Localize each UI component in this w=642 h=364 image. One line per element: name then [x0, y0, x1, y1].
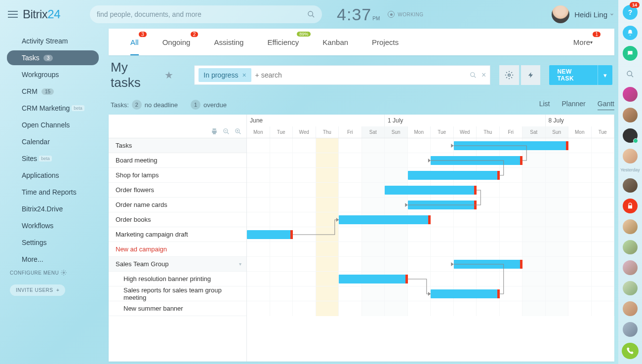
contact-avatar[interactable] — [623, 108, 638, 122]
logo[interactable]: Bitrix24 — [23, 7, 60, 21]
working-status[interactable]: WORKING — [388, 11, 423, 18]
gantt-task-row[interactable]: Shop for lamps — [109, 168, 246, 183]
filter-search-input[interactable] — [255, 71, 470, 79]
contact-avatar[interactable] — [623, 128, 638, 143]
view-gantt[interactable]: Gantt — [598, 100, 614, 110]
search-icon[interactable] — [470, 72, 477, 79]
tab-all[interactable]: All3 — [119, 29, 151, 55]
overdue-label[interactable]: overdue — [203, 101, 227, 109]
gantt-timeline-row[interactable] — [247, 198, 614, 212]
gantt-timeline-row[interactable] — [247, 168, 614, 183]
gantt-tasks-header: Tasks — [109, 138, 246, 153]
settings-button[interactable] — [499, 65, 519, 85]
clear-filter-icon[interactable]: × — [482, 71, 486, 80]
contact-avatar[interactable] — [623, 87, 638, 102]
phone-button[interactable] — [622, 343, 639, 360]
sidebar-item-open-channels[interactable]: Open Channels — [7, 118, 99, 132]
sidebar-item-activity-stream[interactable]: Activity Stream — [7, 34, 99, 48]
filter-chip-in-progress[interactable]: In progress× — [199, 68, 251, 82]
sidebar-item-more[interactable]: More... — [7, 252, 99, 267]
gantt-task-row[interactable]: Marketing campaign draft — [109, 227, 246, 242]
contact-avatar[interactable] — [623, 178, 638, 193]
gantt-timeline-row[interactable] — [247, 183, 614, 198]
no-deadline-label[interactable]: no deadline — [145, 101, 178, 109]
gantt-timeline-row[interactable] — [247, 257, 614, 272]
gantt-bar[interactable] — [247, 230, 293, 239]
gantt-timeline-row[interactable] — [247, 286, 614, 301]
view-list[interactable]: List — [539, 100, 550, 110]
quick-action-button[interactable] — [521, 65, 541, 85]
notifications-button[interactable] — [623, 26, 638, 40]
menu-hamburger-icon[interactable] — [8, 11, 18, 18]
sidebar-item-tasks[interactable]: Tasks3 — [7, 50, 99, 65]
gantt-timeline-row[interactable] — [247, 138, 614, 153]
user-menu[interactable]: Heidi Ling — [552, 5, 614, 23]
filter-box[interactable]: In progress× × — [194, 65, 490, 85]
chip-remove-icon[interactable]: × — [242, 71, 246, 79]
gantt-bar[interactable] — [431, 289, 500, 298]
gantt-timeline-row[interactable] — [247, 153, 614, 168]
gantt-bar[interactable] — [408, 171, 500, 180]
sidebar-item-drive[interactable]: Bitrix24.Drive — [7, 202, 99, 216]
gantt-task-row[interactable]: Sales Team Group — [109, 257, 246, 272]
sidebar-item-workgroups[interactable]: Workgroups — [7, 67, 99, 82]
search-icon[interactable] — [307, 10, 315, 18]
sidebar-item-applications[interactable]: Applications — [7, 168, 99, 183]
gantt-task-row[interactable]: New summer banner — [109, 301, 246, 316]
zoom-out-icon[interactable] — [223, 128, 230, 135]
global-search-input[interactable] — [97, 10, 307, 18]
gantt-task-row[interactable]: Order name cards — [109, 198, 246, 212]
view-planner[interactable]: Planner — [562, 100, 585, 110]
sidebar-item-time-reports[interactable]: Time and Reports — [7, 185, 99, 200]
tab-assisting[interactable]: Assisting — [202, 29, 255, 55]
gantt-task-row[interactable]: Order books — [109, 212, 246, 227]
tab-efficiency[interactable]: Efficiency89% — [255, 29, 311, 55]
help-button[interactable]: ? 14 — [623, 5, 638, 20]
contact-avatar[interactable] — [623, 322, 638, 337]
favorite-star-icon[interactable]: ★ — [164, 69, 173, 81]
invite-users-button[interactable]: INVITE USERS + — [10, 284, 65, 296]
gantt-task-row[interactable]: Sales reports for sales team group meeti… — [109, 286, 246, 301]
global-search[interactable] — [90, 5, 322, 23]
gantt-bar[interactable] — [339, 215, 431, 224]
rail-search-button[interactable] — [623, 67, 638, 81]
gantt-bar[interactable] — [385, 186, 477, 195]
contact-avatar[interactable] — [623, 240, 638, 255]
gantt-bar[interactable] — [339, 275, 408, 283]
zoom-in-icon[interactable] — [235, 128, 241, 135]
gantt-timeline-row[interactable] — [247, 212, 614, 227]
sidebar-item-crm[interactable]: CRM15 — [7, 84, 99, 99]
sidebar-item-settings[interactable]: Settings — [7, 235, 99, 250]
gantt-bar[interactable] — [431, 156, 522, 165]
gantt-bar[interactable] — [454, 260, 523, 269]
tab-kanban[interactable]: Kanban — [311, 29, 360, 55]
contact-avatar[interactable] — [623, 219, 638, 234]
gantt-timeline[interactable]: June1 July8 July MonTueWedThuFriSatSunMo… — [247, 115, 614, 362]
sidebar-item-calendar[interactable]: Calendar — [7, 134, 99, 149]
gantt-task-row[interactable]: New ad campaign — [109, 242, 246, 257]
new-task-button[interactable]: NEW TASK ▾ — [549, 65, 612, 85]
gantt-timeline-row[interactable] — [247, 242, 614, 257]
tab-ongoing[interactable]: Ongoing2 — [151, 29, 202, 55]
gantt-task-row[interactable]: High resolution banner printing — [109, 272, 246, 286]
gantt-task-row[interactable]: Board meeting — [109, 153, 246, 168]
chat-button[interactable] — [623, 46, 638, 61]
contact-avatar[interactable] — [623, 149, 638, 163]
new-task-dropdown[interactable]: ▾ — [598, 65, 612, 85]
lock-icon[interactable] — [623, 199, 638, 213]
contact-avatar[interactable] — [623, 281, 638, 296]
sidebar-item-workflows[interactable]: Workflows — [7, 218, 99, 233]
gantt-bar[interactable] — [454, 141, 569, 150]
tab-projects[interactable]: Projects — [360, 29, 410, 55]
print-icon[interactable] — [211, 128, 218, 135]
gantt-task-row[interactable]: Order flowers — [109, 183, 246, 198]
configure-menu-button[interactable]: CONFIGURE MENU — [10, 270, 67, 276]
sidebar-item-crm-marketing[interactable]: CRM Marketingbeta — [7, 101, 99, 116]
sidebar-item-sites[interactable]: Sitesbeta — [7, 151, 99, 166]
contact-avatar[interactable] — [623, 260, 638, 275]
tab-more[interactable]: More ▾1 — [562, 29, 604, 55]
gantt-timeline-row[interactable] — [247, 227, 614, 242]
contact-avatar[interactable] — [623, 301, 638, 316]
gantt-bar[interactable] — [408, 201, 477, 209]
gantt-timeline-row[interactable] — [247, 272, 614, 286]
